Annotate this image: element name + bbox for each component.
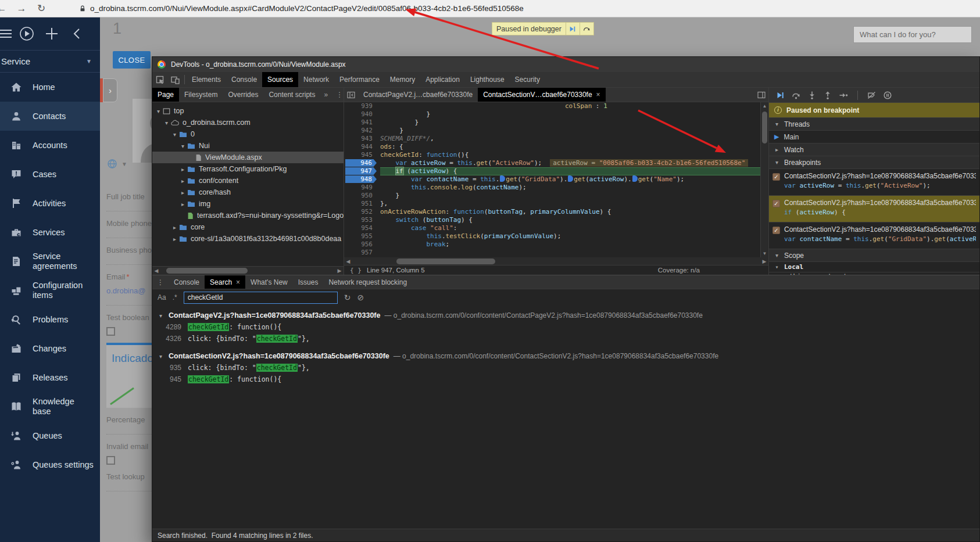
communication-options[interactable]: ▼ (106, 158, 127, 170)
inspect-element-icon[interactable] (152, 76, 167, 84)
checkbox-checked-icon[interactable]: ✓ (772, 173, 780, 181)
sidebar-item-queues[interactable]: Queues (0, 421, 100, 450)
navigator-hscrollbar[interactable]: ◀ ▶ (152, 266, 344, 275)
drawer-tab-console[interactable]: Console (169, 275, 205, 289)
close-icon[interactable]: × (236, 278, 240, 286)
device-toolbar-icon[interactable] (167, 76, 183, 84)
search-result-line[interactable]: 945checkGetId: function(){ (157, 374, 979, 385)
twisty-icon[interactable]: ▾ (179, 143, 187, 149)
sidebar-item-queues-settings[interactable]: Queues settings (0, 450, 100, 479)
add-icon[interactable] (39, 27, 64, 40)
threads-section-header[interactable]: ▾Threads (769, 118, 979, 131)
format-code-icon[interactable]: { } (350, 267, 362, 274)
devtools-titlebar[interactable]: DevTools - o_drobina.tscrm.com/0/Nui/Vie… (152, 57, 979, 72)
sidebar-item-services[interactable]: Services (0, 218, 100, 247)
tree-item-nui[interactable]: ▾Nui (152, 140, 344, 152)
tab-console[interactable]: Console (226, 72, 262, 87)
refresh-icon[interactable]: ↻ (31, 2, 51, 15)
assistant-input[interactable] (853, 26, 972, 43)
sidebar-item-contacts[interactable]: Contacts (0, 102, 100, 131)
search-result-file[interactable]: ▾ContactSectionV2.js?hash=1ce0879068834a… (157, 350, 979, 362)
tree-item-terrasoft-axd-s-nui-binary-syssetting-r-logoimage8[interactable]: terrasoft.axd?s=nui-binary-syssetting&r=… (152, 210, 344, 221)
navtab-filesystem[interactable]: Filesystem (179, 88, 223, 102)
scroll-right-icon[interactable]: ▶ (760, 257, 768, 265)
drawer-tab-search[interactable]: Search× (205, 275, 245, 289)
drawer-tab-issues[interactable]: Issues (293, 275, 324, 289)
twisty-icon[interactable]: ▸ (171, 224, 178, 231)
gutter-line-947[interactable]: 947 (344, 167, 378, 175)
scroll-right-icon[interactable]: ▶ (335, 267, 344, 275)
kebab-menu-icon[interactable]: ⋮ (331, 91, 344, 99)
step-into-icon[interactable] (808, 91, 816, 99)
twisty-icon[interactable]: ▾ (157, 313, 164, 319)
navtab-page[interactable]: Page (152, 88, 179, 102)
hamburger-menu-icon[interactable] (0, 29, 14, 38)
editor-vscrollbar[interactable]: ▲ ▼ (760, 102, 768, 257)
tab-memory[interactable]: Memory (385, 72, 420, 87)
breakpoint-badge[interactable]: 948 (345, 175, 377, 183)
scroll-left-icon[interactable]: ◀ (344, 257, 352, 265)
clear-search-icon[interactable]: ⊘ (357, 293, 364, 302)
breakpoints-section-header[interactable]: ▾Breakpoints (769, 156, 979, 169)
sidebar-item-changes[interactable]: Changes (0, 334, 100, 363)
file-tab-contactpagev2-j-cbaef6e70330fe[interactable]: ContactPageV2.j…cbaef6e70330fe (358, 88, 478, 102)
search-input[interactable] (184, 292, 338, 304)
more-tabs-icon[interactable]: » (320, 91, 331, 99)
tab-network[interactable]: Network (298, 72, 334, 87)
run-process-icon[interactable] (14, 26, 39, 41)
tree-item-core[interactable]: ▸core (152, 221, 344, 233)
tree-item-core-sl-1a3a0081f6a3132b46981c00d8b0deaa[interactable]: ▸core-sl/1a3a0081f6a3132b46981c00d8b0dea… (152, 233, 344, 245)
sidebar-item-service-agreements[interactable]: Service agreements (0, 247, 100, 276)
match-case-icon[interactable]: Aa (158, 293, 166, 301)
tree-item-viewmodule-aspx[interactable]: ViewModule.aspx (152, 152, 344, 163)
twisty-icon[interactable]: ▸ (179, 189, 187, 196)
thread-main[interactable]: ▶Main (769, 131, 979, 143)
sidebar-item-home[interactable]: Home (0, 73, 100, 102)
tab-sources[interactable]: Sources (262, 72, 298, 87)
gutter-line-956[interactable]: 956 (344, 241, 378, 249)
scrollbar-thumb[interactable] (396, 259, 495, 264)
watch-section-header[interactable]: ▸Watch (769, 143, 979, 156)
step-over-icon[interactable] (792, 91, 800, 99)
sidebar-item-cases[interactable]: Cases (0, 160, 100, 189)
twisty-icon[interactable]: ▾ (157, 353, 164, 360)
twisty-icon[interactable]: ▾ (171, 131, 178, 138)
tree-item-img[interactable]: ▸img (152, 198, 344, 210)
workplace-selector[interactable]: Service ▼ (0, 51, 100, 73)
forward-icon[interactable]: → (12, 3, 31, 15)
expand-panel-tab[interactable]: › (103, 78, 117, 102)
drawer-tab-what-s-new[interactable]: What's New (245, 275, 293, 289)
navtab-content-scripts[interactable]: Content scripts (263, 88, 320, 102)
scroll-left-icon[interactable]: ◀ (152, 267, 160, 275)
checkbox-invalid-email[interactable] (106, 456, 115, 465)
twisty-icon[interactable]: ▸ (179, 178, 187, 184)
inline-breakpoint-marker[interactable] (568, 175, 573, 182)
scroll-down-icon[interactable]: ▼ (761, 250, 768, 257)
breakpoint-entry[interactable]: ✓ContactSectionV2.js?hash=1ce0879068834a… (769, 169, 979, 196)
scroll-up-icon[interactable]: ▲ (761, 102, 768, 110)
search-result-line[interactable]: 935click: {bindTo: "checkGetId"}, (157, 362, 979, 374)
twisty-icon[interactable]: ▾ (155, 108, 162, 114)
tab-application[interactable]: Application (420, 72, 465, 87)
checkbox-checked-icon[interactable]: ✓ (772, 227, 780, 234)
address-bar[interactable]: o_drobina.tscrm.com/0/Nui/ViewModule.asp… (79, 4, 524, 13)
sidebar-item-knowledge-base[interactable]: Knowledge base (0, 392, 100, 421)
navtab-overrides[interactable]: Overrides (223, 88, 263, 102)
search-result-line[interactable]: 4289checkGetId: function(){ (157, 321, 979, 333)
gutter-line-948[interactable]: 948 (344, 175, 378, 184)
show-navigator-icon[interactable] (344, 91, 358, 99)
breakpoint-badge[interactable]: 946 (345, 159, 377, 167)
tree-item-terrasoft-configuration-pkg[interactable]: ▸Terrasoft.Configuration/Pkg (152, 163, 344, 175)
gutter-line-953[interactable]: 953 (344, 216, 378, 224)
gutter-line-951[interactable]: 951 (344, 200, 378, 208)
checkbox-checked-icon[interactable]: ✓ (772, 200, 780, 207)
gutter-line-945[interactable]: 945 (344, 151, 378, 159)
resume-icon[interactable] (776, 91, 784, 99)
refresh-search-icon[interactable]: ↻ (344, 293, 351, 302)
gutter-line-952[interactable]: 952 (344, 208, 378, 216)
editor-gutter[interactable]: 9399409419429439449459469479489499509519… (344, 102, 378, 257)
gutter-line-950[interactable]: 950 (344, 192, 378, 200)
gutter-line-944[interactable]: 944 (344, 143, 378, 151)
twisty-icon[interactable]: ▸ (171, 236, 178, 242)
tree-item-0[interactable]: ▾0 (152, 128, 344, 140)
